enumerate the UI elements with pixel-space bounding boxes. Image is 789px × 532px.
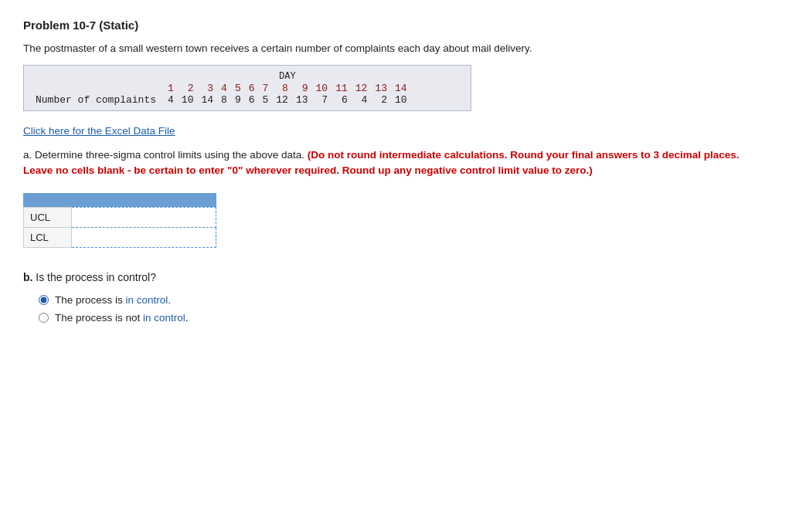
col-5: 5 — [231, 83, 245, 94]
part-b-question: Is the process in control? — [36, 271, 156, 283]
val-2: 10 — [178, 94, 198, 106]
col-13: 13 — [371, 83, 391, 94]
val-6: 6 — [245, 94, 259, 106]
val-10: 7 — [312, 94, 332, 106]
problem-title: Problem 10-7 (Static) — [23, 19, 766, 32]
col-14: 14 — [391, 83, 411, 94]
control-table-wrapper: UCL LCL — [23, 193, 766, 248]
val-9: 13 — [292, 94, 312, 106]
ucl-input[interactable] — [78, 212, 209, 223]
col-4: 4 — [217, 83, 231, 94]
col-12: 12 — [352, 83, 372, 94]
part-b-title: b. Is the process in control? — [23, 271, 766, 283]
val-7: 5 — [259, 94, 273, 106]
radio-not-in-control[interactable] — [39, 313, 49, 323]
part-b-section: b. Is the process in control? The proces… — [23, 271, 766, 324]
val-1: 4 — [164, 94, 178, 106]
radio-in-control-label: The process is in control. — [55, 294, 171, 306]
lcl-input[interactable] — [78, 232, 209, 243]
col-1: 1 — [164, 83, 178, 94]
col-10: 10 — [312, 83, 332, 94]
val-5: 9 — [231, 94, 245, 106]
col-9: 9 — [292, 83, 312, 94]
radio-in-control[interactable] — [39, 295, 49, 305]
col-11: 11 — [332, 83, 352, 94]
val-3: 14 — [197, 94, 217, 106]
val-4: 8 — [217, 94, 231, 106]
excel-link[interactable]: Click here for the Excel Data File — [23, 125, 175, 137]
col-8: 8 — [272, 83, 292, 94]
ucl-row: UCL — [24, 207, 216, 227]
val-11: 6 — [332, 94, 352, 106]
intro-text: The postmaster of a small western town r… — [23, 42, 766, 54]
val-13: 2 — [371, 94, 391, 106]
part-b-label: b. — [23, 271, 36, 283]
val-8: 12 — [272, 94, 292, 106]
radio-group: The process is in control. The process i… — [39, 294, 766, 324]
lcl-input-cell[interactable] — [72, 227, 216, 247]
row-label: Number of complaints — [32, 94, 164, 106]
col-2: 2 — [178, 83, 198, 94]
blue-header-bar — [23, 193, 216, 207]
lcl-row: LCL — [24, 227, 216, 247]
radio-option-in-control[interactable]: The process is in control. — [39, 294, 766, 306]
instruction-text: a. Determine three-sigma control limits … — [23, 147, 766, 179]
data-table-wrapper: DAY 1 2 3 4 5 6 7 8 9 10 11 12 13 14 Num… — [23, 65, 471, 111]
ucl-input-cell[interactable] — [72, 207, 216, 227]
radio-option-not-in-control[interactable]: The process is not in control. — [39, 312, 766, 324]
col-7: 7 — [259, 83, 273, 94]
day-label: DAY — [164, 70, 411, 83]
col-3: 3 — [197, 83, 217, 94]
val-12: 4 — [352, 94, 372, 106]
col-6: 6 — [245, 83, 259, 94]
lcl-label: LCL — [24, 227, 72, 247]
radio-not-in-control-label: The process is not in control. — [55, 312, 189, 324]
ucl-label: UCL — [24, 207, 72, 227]
val-14: 10 — [391, 94, 411, 106]
instruction-prefix: a. Determine three-sigma control limits … — [23, 149, 308, 161]
row-header-empty — [32, 83, 164, 94]
